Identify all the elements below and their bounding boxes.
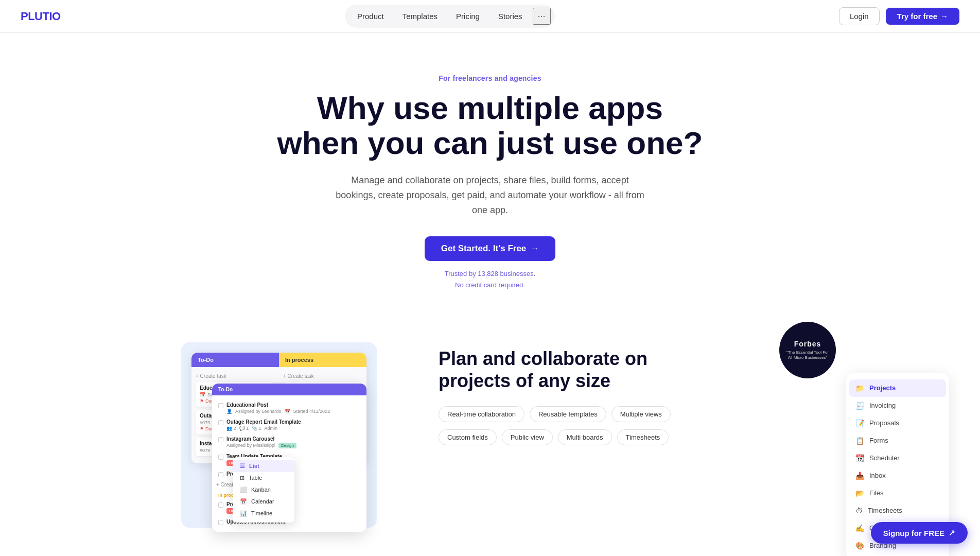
popup-task-1[interactable]: Educational Post 👤Assigned by Leonardo📅S… [216, 399, 362, 416]
dropdown-kanban[interactable]: ⬜ Kanban [233, 484, 294, 496]
feature-title: Plan and collaborate on projects of any … [439, 348, 799, 392]
trust-text: Trusted by 13,828 businesses. No credit … [10, 268, 970, 291]
tag-multi[interactable]: Multi boards [558, 429, 612, 445]
contracts-icon: ✍️ [855, 524, 864, 532]
dropdown-list[interactable]: ☰ List [233, 460, 294, 472]
get-started-button[interactable]: Get Started. It's Free → [425, 236, 556, 261]
nav-stories[interactable]: Stories [490, 9, 531, 24]
tag-custom[interactable]: Custom fields [439, 429, 497, 445]
kanban-icon: ⬜ [240, 486, 247, 493]
dropdown-timeline[interactable]: 📊 Timeline [233, 508, 294, 519]
navbar: PLUTIO Product Templates Pricing Stories… [0, 0, 980, 33]
feature-tags: Real-time collaboration Reusable templat… [439, 406, 799, 422]
col-todo-header: To-Do [191, 353, 279, 367]
sidebar-item-invoicing[interactable]: 🧾 Invoicing [846, 397, 949, 414]
nav-templates[interactable]: Templates [394, 9, 446, 24]
create-task-inprog[interactable]: + Create task [283, 371, 362, 382]
inbox-icon: 📥 [855, 472, 864, 480]
forbes-name: Forbes [794, 340, 821, 348]
feature-right: Plan and collaborate on projects of any … [439, 332, 799, 453]
feature-tags-2: Custom fields Public view Multi boards T… [439, 429, 799, 445]
dropdown-table[interactable]: ⊞ Table [233, 472, 294, 484]
logo[interactable]: PLUTIO [21, 10, 61, 23]
nav-pricing[interactable]: Pricing [448, 9, 488, 24]
create-task-todo[interactable]: + Create task [196, 371, 275, 382]
dropdown-calendar[interactable]: 📅 Calendar [233, 496, 294, 508]
feature-section: To-Do + Create task Educational Post 📅St… [181, 332, 799, 548]
forbes-quote: "The Essential Tool For All Micro Busine… [784, 350, 831, 361]
scheduler-icon: 📆 [855, 454, 864, 462]
try-free-button[interactable]: Try for free → [886, 8, 959, 25]
timesheets-icon: ⏱ [855, 507, 863, 515]
design-badge: Design [278, 443, 296, 448]
tag-realtime[interactable]: Real-time collaboration [439, 406, 524, 422]
popup-task-3[interactable]: Instagram Carousel Assigned by Mississip… [216, 433, 362, 451]
forms-icon: 📋 [855, 437, 864, 445]
login-button[interactable]: Login [839, 7, 880, 25]
table-icon: ⊞ [240, 475, 244, 481]
sidebar-item-proposals[interactable]: 📝 Proposals [846, 414, 949, 432]
sidebar-item-timesheets[interactable]: ⏱ Timesheets [846, 502, 949, 519]
timeline-icon: 📊 [240, 510, 247, 517]
calendar-icon: 📅 [240, 498, 247, 505]
projects-icon: 📁 [855, 384, 864, 392]
files-icon: 📂 [855, 489, 864, 497]
sidebar-item-projects[interactable]: 📁 Projects [849, 379, 946, 397]
sidebar-item-forms[interactable]: 📋 Forms [846, 432, 949, 449]
nav-links: Product Templates Pricing Stories ··· [345, 5, 555, 28]
nav-more[interactable]: ··· [533, 8, 551, 25]
sidebar-item-files[interactable]: 📂 Files [846, 484, 949, 502]
sidebar-item-inbox[interactable]: 📥 Inbox [846, 467, 949, 484]
nav-actions: Login Try for free → [839, 7, 959, 25]
hero-section: For freelancers and agencies Why use mul… [0, 33, 980, 311]
invoicing-icon: 🧾 [855, 402, 864, 410]
tag-templates[interactable]: Reusable templates [530, 406, 606, 422]
col-inprog-header: In process [279, 353, 366, 367]
view-dropdown: ☰ List ⊞ Table ⬜ Kanban 📅 Calendar 📊 [233, 457, 294, 523]
sidebar-item-scheduler[interactable]: 📆 Scheduler [846, 449, 949, 467]
popup-task-2[interactable]: Outage Report Email Template 👥 2💬 1📎 1Ad… [216, 416, 362, 433]
tag-timesheets[interactable]: Timesheets [617, 429, 669, 445]
nav-product[interactable]: Product [349, 9, 392, 24]
content-area: Forbes "The Essential Tool For All Micro… [0, 311, 980, 556]
hero-tag: For freelancers and agencies [10, 74, 970, 82]
signup-float-button[interactable]: Signup for FREE ↗ [871, 522, 968, 544]
proposals-icon: 📝 [855, 419, 864, 427]
list-icon: ☰ [240, 463, 245, 470]
tag-views[interactable]: Multiple views [611, 406, 671, 422]
forbes-badge: Forbes "The Essential Tool For All Micro… [779, 322, 836, 378]
branding-icon: 🎨 [855, 542, 864, 550]
hero-subtitle: Manage and collaborate on projects, shar… [336, 173, 644, 217]
app-mockup: To-Do + Create task Educational Post 📅St… [181, 332, 408, 548]
popup-header: To-Do [212, 384, 366, 395]
tag-public[interactable]: Public view [502, 429, 553, 445]
hero-title: Why use multiple apps when you can just … [258, 91, 722, 161]
